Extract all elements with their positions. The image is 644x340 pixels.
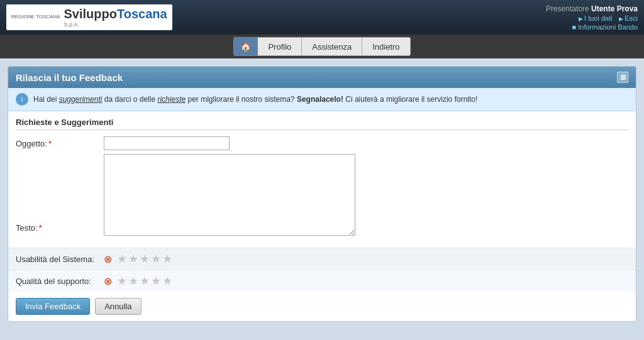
usabilita-star-2[interactable]: ★ — [128, 252, 138, 266]
brand-blue: Toscana — [117, 7, 167, 21]
form-section: Richieste e Suggerimenti Oggetto:* Testo… — [8, 111, 636, 248]
region-label: REGIONE TOSCANA — [11, 14, 60, 20]
usabilita-star-1[interactable]: ★ — [117, 252, 127, 266]
brand-black: Sviluppo — [64, 7, 117, 21]
info-bar: i Hai dei suggerimenti da darci o delle … — [8, 88, 636, 111]
annulla-button[interactable]: Annulla — [95, 298, 141, 315]
button-row: Invia Feedback Annulla — [8, 292, 636, 321]
qualita-row: Qualità del supporto: ⊗ ★ ★ ★ ★ ★ — [8, 270, 636, 292]
usabilita-star-3[interactable]: ★ — [140, 252, 150, 266]
oggetto-row: Oggetto:* — [16, 136, 628, 150]
highlight-richieste: richieste — [157, 95, 186, 104]
header-links: I tuoi dati Esci — [546, 14, 638, 22]
usabilita-row: Usabilità del Sistema: ⊗ ★ ★ ★ ★ ★ — [8, 248, 636, 270]
qualita-clear[interactable]: ⊗ — [104, 275, 112, 287]
info-text: Hai dei suggerimenti da darci o delle ri… — [33, 95, 477, 104]
cta-segnalacelo: Segnalacelo! — [297, 95, 343, 104]
info-text-mid1: da darci o delle — [102, 95, 157, 104]
oggetto-label: Oggetto:* — [16, 136, 104, 148]
panel-title: Rilascia il tuo Feedback — [16, 72, 123, 83]
testo-row: Testo:* — [16, 154, 628, 238]
assistenza-nav[interactable]: Assistenza — [302, 37, 362, 56]
highlight-suggerimenti: suggerimenti — [59, 95, 103, 104]
oggetto-input[interactable] — [104, 136, 230, 150]
qualita-star-1[interactable]: ★ — [117, 274, 127, 288]
user-name: Utente Prova — [591, 4, 638, 13]
info-text-after: Ci aiuterà a migliorare il servizio forn… — [343, 95, 477, 104]
usabilita-star-4[interactable]: ★ — [151, 252, 161, 266]
main-content: Rilascia il tuo Feedback ⊞ i Hai dei sug… — [0, 58, 644, 329]
spa-label: S.p.A. — [64, 21, 167, 28]
qualita-star-3[interactable]: ★ — [140, 274, 150, 288]
testo-textarea[interactable] — [104, 154, 355, 236]
qualita-star-5[interactable]: ★ — [162, 274, 172, 288]
info-text-before: Hai dei — [33, 95, 59, 104]
qualita-stars: ⊗ ★ ★ ★ ★ ★ — [104, 274, 172, 288]
testo-required: * — [39, 223, 42, 233]
presenter-label: Presentatore — [546, 4, 589, 13]
qualita-star-4[interactable]: ★ — [151, 274, 161, 288]
usabilita-stars: ⊗ ★ ★ ★ ★ ★ — [104, 252, 172, 266]
esci-link[interactable]: Esci — [619, 14, 638, 22]
oggetto-required: * — [48, 139, 52, 148]
user-info: Presentatore Utente Prova I tuoi dati Es… — [546, 4, 638, 31]
usabilita-clear[interactable]: ⊗ — [104, 253, 112, 265]
panel-header: Rilascia il tuo Feedback ⊞ — [8, 67, 636, 88]
logo: REGIONE TOSCANA SviluppoToscana S.p.A. — [6, 4, 172, 30]
panel-expand-icon[interactable]: ⊞ — [617, 72, 628, 83]
profilo-nav[interactable]: Profilo — [258, 37, 302, 56]
navbar: 🏠 Profilo Assistenza Indietro — [0, 35, 644, 58]
info-bando[interactable]: ■ Informazioni Bando — [546, 23, 638, 31]
info-text-mid2: per migliorare il nostro sistema? — [186, 95, 297, 104]
brand-name: SviluppoToscana S.p.A. — [64, 7, 167, 28]
qualita-label: Qualità del supporto: — [16, 277, 104, 286]
indietro-nav[interactable]: Indietro — [362, 37, 410, 56]
oggetto-input-container — [104, 136, 628, 150]
form-section-title: Richieste e Suggerimenti — [16, 118, 628, 130]
invia-feedback-button[interactable]: Invia Feedback — [16, 298, 90, 315]
qualita-star-2[interactable]: ★ — [128, 274, 138, 288]
testo-input-container — [104, 154, 628, 238]
testo-label: Testo:* — [16, 154, 104, 233]
presenter-info: Presentatore Utente Prova — [546, 4, 638, 13]
info-icon: i — [16, 93, 28, 106]
home-button[interactable]: 🏠 — [233, 37, 258, 56]
tuoi-dati-link[interactable]: I tuoi dati — [579, 14, 613, 22]
usabilita-label: Usabilità del Sistema: — [16, 255, 104, 264]
usabilita-star-5[interactable]: ★ — [162, 252, 172, 266]
header: REGIONE TOSCANA SviluppoToscana S.p.A. P… — [0, 0, 644, 35]
feedback-panel: Rilascia il tuo Feedback ⊞ i Hai dei sug… — [8, 66, 636, 322]
